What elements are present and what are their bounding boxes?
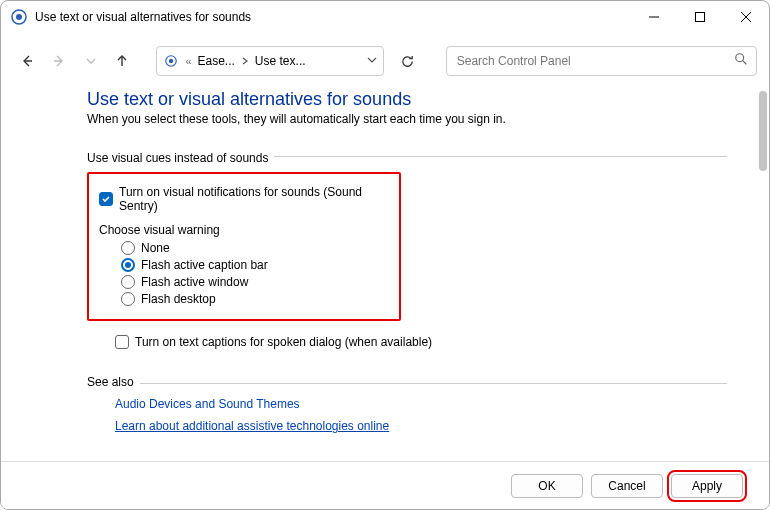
radio-input[interactable] [121,275,135,289]
toolbar: « Ease... Use tex... [1,41,769,81]
visual-warning-heading: Choose visual warning [99,223,389,237]
radio-flash-desktop[interactable]: Flash desktop [121,292,389,306]
radio-none[interactable]: None [121,241,389,255]
breadcrumb-seg-2[interactable]: Use tex... [255,54,306,68]
sound-sentry-label: Turn on visual notifications for sounds … [119,185,389,213]
radio-label: Flash active window [141,275,248,289]
breadcrumb-prefix: « [185,55,191,67]
minimize-button[interactable] [631,1,677,33]
refresh-button[interactable] [394,46,422,76]
radio-label: None [141,241,170,255]
svg-point-11 [736,54,744,62]
radio-label: Flash active caption bar [141,258,268,272]
highlighted-group: Turn on visual notifications for sounds … [87,172,401,321]
scrollbar-thumb[interactable] [759,91,767,171]
page-title: Use text or visual alternatives for soun… [87,89,727,110]
radio-input[interactable] [121,241,135,255]
close-button[interactable] [723,1,769,33]
text-captions-checkbox[interactable] [115,335,129,349]
address-bar[interactable]: « Ease... Use tex... [156,46,383,76]
radio-flash-window[interactable]: Flash active window [121,275,389,289]
radio-flash-caption-bar[interactable]: Flash active caption bar [121,258,389,272]
apply-button[interactable]: Apply [671,474,743,498]
content-area: Use text or visual alternatives for soun… [1,89,757,459]
app-icon [11,9,27,25]
see-also-section: See also Audio Devices and Sound Themes … [87,375,727,433]
text-captions-checkbox-row[interactable]: Turn on text captions for spoken dialog … [115,335,727,349]
back-button[interactable] [13,46,41,76]
radio-input[interactable] [121,258,135,272]
see-also-label: See also [87,375,140,389]
titlebar: Use text or visual alternatives for soun… [1,1,769,33]
search-box[interactable] [446,46,757,76]
svg-point-10 [169,59,173,63]
svg-rect-3 [696,13,705,22]
link-audio-devices[interactable]: Audio Devices and Sound Themes [115,397,727,411]
window-title: Use text or visual alternatives for soun… [35,10,631,24]
sound-sentry-checkbox-row[interactable]: Turn on visual notifications for sounds … [99,185,389,213]
footer: OK Cancel Apply [1,461,769,509]
page-subtitle: When you select these tools, they will a… [87,112,727,126]
chevron-down-icon[interactable] [367,54,377,68]
svg-point-1 [16,14,22,20]
breadcrumb-seg-1[interactable]: Ease... [198,54,235,68]
ok-button[interactable]: OK [511,474,583,498]
maximize-button[interactable] [677,1,723,33]
text-captions-label: Turn on text captions for spoken dialog … [135,335,432,349]
section-label: Use visual cues instead of sounds [87,151,274,165]
radio-input[interactable] [121,292,135,306]
sound-sentry-checkbox[interactable] [99,192,113,206]
forward-button[interactable] [45,46,73,76]
link-learn-assistive[interactable]: Learn about additional assistive technol… [115,419,727,433]
visual-warning-radios: None Flash active caption bar Flash acti… [121,241,389,306]
chevron-right-icon [241,55,249,67]
visual-cues-section: Use visual cues instead of sounds Turn o… [87,148,727,349]
search-input[interactable] [455,53,734,69]
up-button[interactable] [109,46,137,76]
recent-locations-button[interactable] [77,46,105,76]
svg-line-12 [743,61,747,65]
location-icon [163,53,179,69]
window-controls [631,1,769,33]
radio-label: Flash desktop [141,292,216,306]
search-icon[interactable] [734,52,748,70]
cancel-button[interactable]: Cancel [591,474,663,498]
